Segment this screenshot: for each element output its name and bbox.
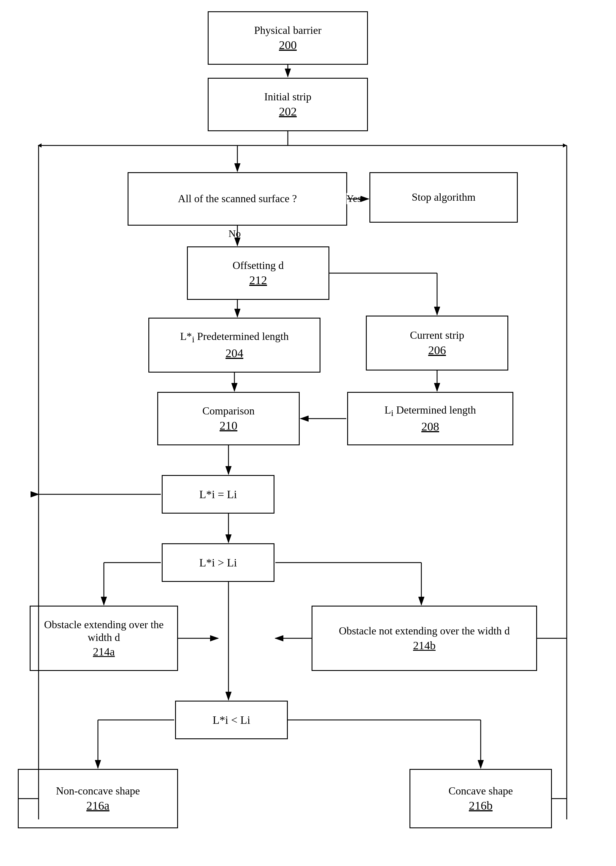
flowchart: Physical barrier 200 Initial strip 202 A…: [0, 0, 616, 866]
no-label: No: [228, 228, 241, 239]
predetermined-length-num: 204: [226, 346, 243, 360]
li-lt-label: L*i < Li: [213, 713, 250, 726]
comparison-box: Comparison 210: [157, 392, 300, 445]
concave-num: 216b: [469, 798, 493, 812]
determined-length-label: Li Determined length: [385, 404, 476, 418]
initial-strip-label: Initial strip: [264, 91, 311, 103]
predetermined-length-label: L*i Predetermined length: [180, 330, 289, 345]
stop-algorithm-box: Stop algorithm: [369, 172, 518, 223]
physical-barrier-label: Physical barrier: [254, 24, 322, 37]
offsetting-num: 212: [249, 273, 267, 287]
all-scanned-label: All of the scanned surface ?: [178, 192, 297, 205]
determined-length-box: Li Determined length 208: [347, 392, 513, 445]
comparison-label: Comparison: [203, 405, 255, 417]
svg-marker-9: [38, 143, 42, 148]
offsetting-label: Offsetting d: [233, 259, 284, 272]
predetermined-length-box: L*i Predetermined length 204: [148, 318, 321, 373]
li-gt-box: L*i > Li: [162, 543, 275, 582]
stop-algorithm-label: Stop algorithm: [412, 191, 476, 204]
obstacle-not-extending-num: 214b: [413, 639, 435, 652]
initial-strip-num: 202: [279, 104, 297, 118]
all-scanned-box: All of the scanned surface ?: [127, 172, 347, 226]
initial-strip-box: Initial strip 202: [208, 78, 368, 131]
current-strip-label: Current strip: [410, 329, 464, 342]
comparison-num: 210: [220, 419, 237, 433]
li-gt-label: L*i > Li: [200, 556, 237, 569]
current-strip-box: Current strip 206: [366, 316, 508, 370]
li-lt-box: L*i < Li: [175, 701, 288, 739]
offsetting-box: Offsetting d 212: [187, 246, 329, 300]
yes-label: Yes: [347, 193, 361, 204]
obstacle-extending-label: Obstacle extending over the width d: [35, 619, 173, 644]
li-eq-label: L*i = Li: [200, 488, 237, 501]
determined-length-num: 208: [421, 419, 439, 433]
obstacle-extending-num: 214a: [93, 645, 115, 658]
obstacle-extending-box: Obstacle extending over the width d 214a: [30, 606, 178, 671]
concave-label: Concave shape: [449, 785, 513, 797]
physical-barrier-box: Physical barrier 200: [208, 11, 368, 65]
current-strip-num: 206: [428, 343, 446, 357]
physical-barrier-num: 200: [279, 38, 297, 52]
non-concave-box: Non-concave shape 216a: [18, 769, 178, 828]
obstacle-not-extending-box: Obstacle not extending over the width d …: [311, 606, 537, 671]
non-concave-label: Non-concave shape: [56, 785, 140, 797]
obstacle-not-extending-label: Obstacle not extending over the width d: [339, 625, 510, 638]
concave-box: Concave shape 216b: [410, 769, 552, 828]
li-eq-box: L*i = Li: [162, 475, 275, 513]
svg-marker-10: [563, 143, 567, 148]
non-concave-num: 216a: [86, 798, 110, 812]
